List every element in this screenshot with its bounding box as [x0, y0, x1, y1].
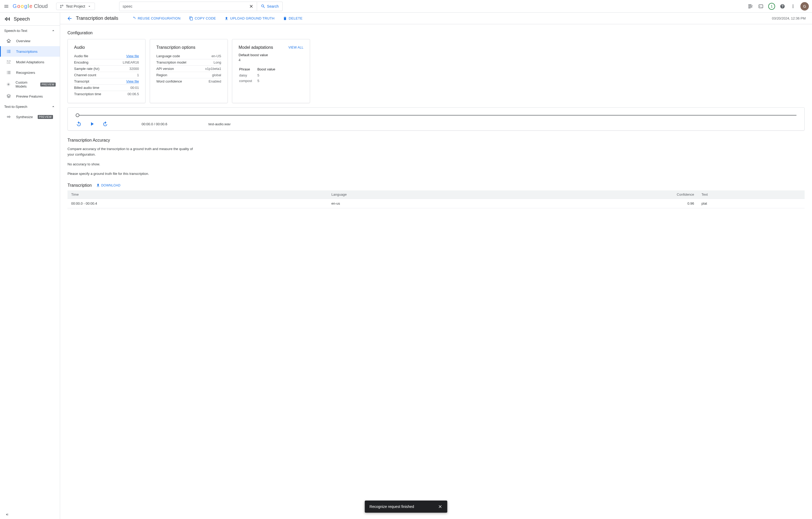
wave-icon	[6, 114, 11, 119]
transcription-header-row: Transcription DOWNLOAD	[67, 183, 805, 188]
transcriptions-icon	[6, 49, 11, 54]
svg-rect-3	[5, 18, 6, 20]
more-options-icon[interactable]	[790, 3, 796, 9]
notifications-badge[interactable]: 1	[768, 3, 775, 10]
model-icon	[6, 82, 11, 87]
search-container: Search	[119, 2, 283, 11]
seek-slider[interactable]	[76, 115, 796, 116]
google-cloud-logo[interactable]: Google Cloud	[13, 3, 48, 9]
model-adaptations-card: Model adaptations VIEW ALL Default boost…	[232, 39, 310, 103]
sidebar-product-header[interactable]: Speech	[0, 13, 60, 26]
preview-chip: PREVIEW	[40, 83, 56, 86]
hamburger-menu-icon[interactable]	[3, 3, 9, 9]
seek-thumb[interactable]	[76, 113, 79, 117]
sidebar-item-custom-models[interactable]: Custom Models PREVIEW	[0, 78, 60, 91]
sidebar-item-recognizers[interactable]: Recognizers	[0, 67, 60, 78]
upload-ground-truth-button[interactable]: UPLOAD GROUND TRUTH	[222, 15, 277, 22]
sidebar-product-title: Speech	[14, 16, 30, 22]
config-cards-row: Audio Audio fileView file EncodingLINEAR…	[67, 39, 805, 103]
replay-5-button[interactable]: 5	[76, 121, 82, 127]
prop-transcript: TranscriptView file	[74, 78, 139, 85]
cloud-shell-icon[interactable]	[758, 3, 764, 9]
view-transcript-file-link[interactable]: View file	[126, 79, 139, 83]
table-row: daisy5	[239, 73, 280, 78]
content-area: Transcription details REUSE CONFIGURATIO…	[60, 13, 812, 519]
audio-card-title: Audio	[74, 45, 139, 50]
player-filename: test-audio.wav	[208, 122, 231, 126]
chevron-up-icon	[51, 104, 56, 109]
download-icon	[96, 183, 100, 188]
play-button[interactable]	[89, 121, 95, 127]
clear-search-icon[interactable]	[249, 4, 254, 9]
cloud-shell-editor-icon[interactable]	[747, 3, 753, 9]
accuracy-description: Compare accuracy of the transcription to…	[67, 146, 194, 157]
svg-point-2	[60, 7, 61, 8]
search-input-wrap[interactable]	[119, 2, 257, 11]
search-button[interactable]: Search	[257, 2, 283, 11]
sidebar-section-tts[interactable]: Text-to-Speech	[0, 102, 60, 112]
copy-icon	[189, 16, 193, 21]
prop-model: Transcription modelLong	[156, 59, 221, 66]
svg-rect-12	[9, 116, 10, 118]
layers-icon	[6, 94, 11, 99]
prop-word-confidence: Word confidenceEnabled	[156, 78, 221, 84]
sidebar-item-model-adaptations[interactable]: Model Adaptations	[0, 57, 60, 67]
collapse-sidebar-icon[interactable]	[4, 512, 9, 517]
download-transcription-button[interactable]: DOWNLOAD	[96, 183, 120, 188]
delete-button[interactable]: DELETE	[280, 15, 305, 22]
prop-region: Regionglobal	[156, 72, 221, 78]
search-input[interactable]	[123, 4, 249, 8]
close-icon	[438, 504, 442, 509]
toast-close-button[interactable]	[438, 504, 442, 509]
home-icon	[6, 38, 11, 44]
sidebar-item-overview[interactable]: Overview	[0, 36, 60, 46]
refresh-icon	[132, 16, 136, 21]
svg-point-7	[8, 84, 9, 85]
audio-card: Audio Audio fileView file EncodingLINEAR…	[67, 39, 146, 103]
user-avatar[interactable]: G	[801, 2, 809, 10]
view-all-adaptations-button[interactable]: VIEW ALL	[288, 46, 303, 49]
reuse-configuration-button[interactable]: REUSE CONFIGURATION	[129, 15, 183, 22]
chevron-up-icon	[51, 28, 56, 33]
view-audio-file-link[interactable]: View file	[126, 54, 139, 58]
trash-icon	[283, 16, 287, 21]
default-boost-value: 4	[239, 58, 303, 62]
help-icon[interactable]	[779, 3, 786, 9]
upload-icon	[224, 16, 229, 21]
copy-code-button[interactable]: COPY CODE	[186, 15, 219, 22]
back-button[interactable]	[66, 15, 73, 22]
prop-api-version: API versionv1p1beta1	[156, 66, 221, 72]
sidebar-section-stt[interactable]: Speech-to-Text	[0, 26, 60, 36]
svg-text:5: 5	[105, 123, 106, 125]
svg-rect-4	[6, 17, 7, 21]
sidebar-item-preview-features[interactable]: Preview Features	[0, 91, 60, 102]
page-timestamp: 03/20/2024, 12:36 PM	[772, 16, 806, 20]
table-row: compost5	[239, 78, 280, 83]
svg-rect-5	[8, 18, 8, 20]
transcription-table: Time Language Confidence Text 00:00.0 - …	[67, 191, 805, 208]
default-boost-label: Default boost value	[239, 53, 303, 57]
svg-point-0	[60, 5, 61, 6]
options-card-title: Transcription options	[156, 45, 221, 50]
sidebar-item-transcriptions[interactable]: Transcriptions	[0, 46, 60, 57]
adaptations-card-title: Model adaptations	[239, 45, 273, 50]
project-picker[interactable]: Test Project	[56, 3, 95, 10]
header-right: 1 G	[747, 2, 809, 10]
svg-rect-10	[8, 116, 8, 118]
tune-icon	[6, 59, 11, 65]
toast-message: Recognize request finished	[370, 504, 414, 509]
svg-rect-9	[7, 117, 7, 117]
app-header: Google Cloud Test Project Search 1 G	[0, 0, 812, 13]
forward-5-button[interactable]: 5	[102, 121, 108, 127]
player-controls: 5 5 00:00.0 / 00:00.6 test-audio.wav	[76, 121, 796, 127]
sidebar-item-synthesize[interactable]: Synthesize PREVIEW	[0, 112, 60, 122]
configuration-heading: Configuration	[67, 31, 805, 35]
search-icon	[261, 4, 265, 9]
svg-point-8	[7, 83, 10, 86]
svg-rect-13	[10, 117, 10, 117]
page-title: Transcription details	[76, 16, 118, 21]
accuracy-empty-state: No accuracy to show.	[67, 162, 194, 167]
accuracy-hint: Please specify a ground truth file for t…	[67, 171, 194, 177]
adaptations-table: PhraseBoost value daisy5 compost5	[239, 66, 281, 84]
prop-billed-time: Billed audio time00:01	[74, 85, 139, 91]
